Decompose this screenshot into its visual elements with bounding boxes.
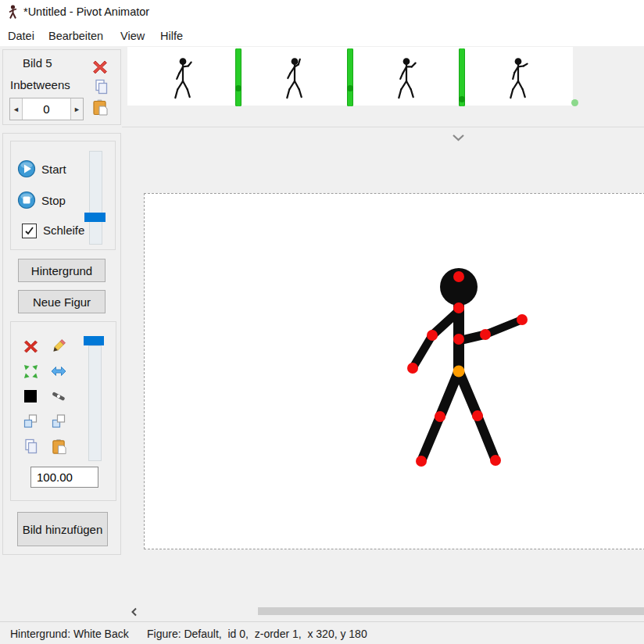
joint-left-elbow[interactable] [427,330,438,341]
frame-thumbnail-figure [166,54,200,101]
menu-bearbeiten[interactable]: Bearbeiten [45,28,106,44]
spinner-decrement-button[interactable]: ◄ [10,98,22,120]
center-arrows-icon [23,364,38,379]
delete-frame-button[interactable] [91,59,108,75]
timeline-divider [122,127,644,127]
timeline-separator[interactable] [235,48,242,106]
figure-size-slider-handle[interactable] [84,336,104,345]
raise-z-order-icon [23,413,38,429]
add-frame-button[interactable]: Bild hinzufügen [17,512,108,546]
joint-right-hand[interactable] [517,314,528,325]
separator-marker[interactable] [347,85,353,91]
animation-canvas[interactable] [144,193,644,549]
stop-label[interactable]: Stop [41,194,66,207]
figure-colour-button[interactable] [23,388,38,404]
edit-figure-button[interactable] [51,338,66,354]
raise-figure-button[interactable] [23,413,38,429]
menu-view[interactable]: View [117,28,148,44]
menu-bar: Datei Bearbeiten View Hilfe [0,23,644,46]
joint-left-knee[interactable] [435,411,445,422]
horizontal-scrollbar-thumb[interactable] [258,607,644,615]
status-bar: Hintergrund: White Back Figure: Default,… [0,621,644,644]
colour-swatch-icon [23,389,38,403]
separator-marker[interactable] [459,96,465,102]
lower-z-order-icon [51,413,66,429]
loop-checkbox[interactable] [22,224,37,238]
status-background: Hintergrund: White Back [10,628,129,640]
status-figure: Figure: Default, id 0, z-order 1, x 320,… [147,628,367,640]
menu-datei[interactable]: Datei [5,28,38,44]
frame-thumbnail-figure [501,54,535,101]
lower-figure-button[interactable] [51,413,66,429]
delete-x-icon [23,339,38,354]
new-figure-button[interactable]: Neue Figur [18,290,106,313]
current-frame-label: Bild 5 [23,56,52,70]
checkmark-icon [24,226,34,236]
stop-button[interactable] [17,191,36,209]
frame-panel: Bild 5 Inbetweens ◄ ► [2,49,121,125]
start-label[interactable]: Start [41,163,66,176]
title-bar: *Untitled - Pivot Animator [0,0,644,23]
segment-joint-icon [51,388,66,404]
spinner-increment-button[interactable]: ► [71,98,83,120]
paste-icon [91,99,108,116]
stop-icon [17,191,36,209]
joint-left-foot[interactable] [416,456,427,467]
copy-icon [94,79,109,95]
start-button[interactable] [17,159,36,178]
delete-x-icon [92,59,108,75]
menu-hilfe[interactable]: Hilfe [157,28,186,44]
playback-group: Start Stop Schleife [10,141,116,250]
inbetweens-spinner: ◄ ► [9,98,84,120]
timeline-frame[interactable] [242,50,347,104]
joint-head-top[interactable] [453,271,464,282]
play-icon [17,159,36,178]
figure-scale-input[interactable] [30,467,98,488]
joint-right-knee[interactable] [472,410,483,421]
loop-label[interactable]: Schleife [43,224,84,237]
center-figure-button[interactable] [23,363,38,379]
paste-figure-button[interactable] [51,438,66,454]
joint-chest[interactable] [453,334,464,345]
timeline-separator[interactable] [347,48,353,106]
timeline-frame[interactable] [354,50,459,104]
flip-horizontal-icon [51,363,66,379]
copy-icon [23,438,38,455]
flip-figure-button[interactable] [51,363,66,379]
speed-slider-handle[interactable] [84,213,106,222]
copy-frame-button[interactable] [93,79,109,95]
delete-figure-button[interactable] [23,338,38,354]
joint-origin-hip[interactable] [453,366,465,377]
separator-marker[interactable] [235,85,242,91]
joint-neck[interactable] [453,302,464,313]
joint-left-hand[interactable] [407,363,418,374]
stick-figure [145,194,644,549]
pencil-icon [51,338,66,354]
inbetweens-label: Inbetweens [10,78,70,91]
paste-frame-button[interactable] [91,99,108,116]
inbetweens-input[interactable] [22,98,71,120]
segment-kind-button[interactable] [51,388,66,404]
joint-right-elbow[interactable] [480,329,491,340]
paste-icon [51,438,66,455]
frame-thumbnail-figure [389,54,424,101]
copy-figure-button[interactable] [23,438,38,454]
timeline-frame[interactable] [131,50,235,104]
app-icon [6,5,20,20]
joint-right-foot[interactable] [490,455,501,466]
background-button[interactable]: Hintergrund [18,259,106,282]
timeline-separator[interactable] [459,48,465,106]
expand-timeline-chevron-down-icon[interactable] [452,134,465,141]
timeline-end-marker[interactable] [571,99,578,106]
speed-slider-track[interactable] [89,151,102,245]
figure-size-slider-track[interactable] [88,345,102,461]
timeline-frame[interactable] [466,50,571,104]
window-title: *Untitled - Pivot Animator [23,5,149,18]
scroll-left-arrow-icon[interactable] [131,607,138,617]
frame-thumbnail-figure [277,54,312,101]
